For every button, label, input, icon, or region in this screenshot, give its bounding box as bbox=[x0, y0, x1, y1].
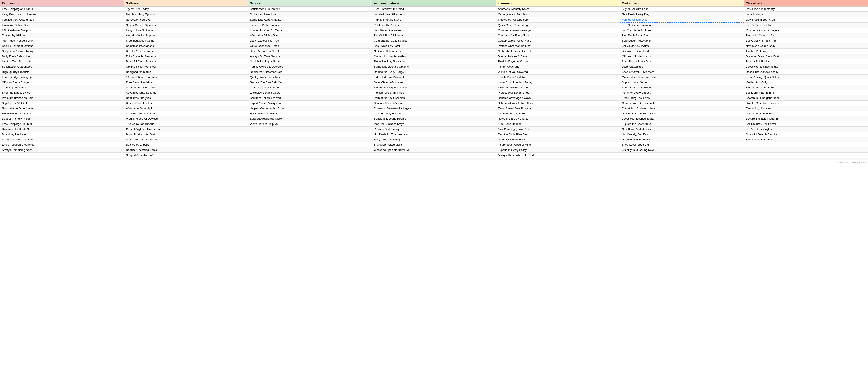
table-cell: Sell More, Pay Nothing bbox=[744, 90, 868, 95]
table-cell: Connect with Local Buyers bbox=[744, 28, 868, 33]
table-cell: Local Agents Near You bbox=[496, 111, 620, 116]
table-cell bbox=[248, 158, 372, 160]
table-cell: Verified Sellers Only bbox=[620, 17, 744, 22]
table-cell: Simplify Your Selling Now bbox=[620, 147, 744, 152]
table-cell: Expert Advice Always Free bbox=[248, 101, 372, 106]
table-cell: Experts in Every Policy bbox=[496, 147, 620, 152]
table-cell: Buy or Sell with Ease bbox=[620, 6, 744, 12]
table-cell: Reliable Coverage Always bbox=[496, 95, 620, 101]
table-cell: New Deals Added Daily bbox=[744, 43, 868, 48]
table-row: Support Available 24/7Always There When … bbox=[0, 152, 868, 158]
table-cell bbox=[744, 152, 868, 158]
table-row: Exclusive Member DealsCustomizable Solut… bbox=[0, 111, 868, 116]
table-cell: Save Big on Every Deal bbox=[620, 59, 744, 64]
table-cell: Fast Ad Approval Times bbox=[744, 22, 868, 28]
table-cell: Sell Quickly, Stress-Free bbox=[744, 38, 868, 43]
table-cell: Budget-Friendly Prices bbox=[0, 116, 124, 122]
table-cell: Always There When Needed bbox=[496, 152, 620, 158]
table-cell: Fast & Secure Payments bbox=[620, 22, 744, 28]
table-cell: Affordable Deals Always bbox=[620, 85, 744, 90]
col-header-ecommerce: Ecommerce bbox=[0, 0, 124, 6]
col-header-classifieds: Classifieds bbox=[744, 0, 868, 6]
table-cell: Insure Your Peace of Mind bbox=[496, 142, 620, 147]
table-cell: Reduce Operating Costs bbox=[124, 147, 248, 152]
table-cell: Support Available 24/7 bbox=[124, 152, 248, 158]
table-cell: Safe & Secure Systems bbox=[124, 22, 248, 28]
table-cell: List Quickly, Sell Fast bbox=[620, 132, 744, 137]
table-cell: Free Shipping on Orders bbox=[0, 6, 124, 12]
table-row: Shop the Latest StylesAdvanced Data Secu… bbox=[0, 90, 868, 95]
table-cell: Secure Payment Options bbox=[0, 43, 124, 48]
table-row: High-Quality ProductsDesigned for TeamsD… bbox=[0, 69, 868, 75]
table-cell: Family-Owned & Operated bbox=[248, 64, 372, 69]
table-cell: Local Classifieds bbox=[620, 64, 744, 69]
table-cell bbox=[496, 158, 620, 160]
table-cell: Easy to Use Software bbox=[124, 28, 248, 33]
table-cell: Seasonal Deals Available bbox=[372, 101, 496, 106]
table-cell: Shop Smarter, Save More bbox=[620, 69, 744, 75]
table-row: Budget-Friendly PricesWorks Across All D… bbox=[0, 116, 868, 122]
col-header-accommodations: Accommodations bbox=[372, 0, 496, 6]
table-cell: Satisfaction Guaranteed bbox=[248, 6, 372, 12]
table-cell: Top-Rated Products Only bbox=[0, 38, 124, 43]
table-cell bbox=[372, 158, 496, 160]
table-cell bbox=[620, 152, 744, 158]
table-cell: Boost Productivity Fast bbox=[124, 132, 248, 137]
table-cell: Sign Up for 10% Off bbox=[0, 101, 124, 106]
table-cell bbox=[248, 152, 372, 158]
table-cell: Discover Hidden Gems bbox=[620, 137, 744, 142]
table-cell: Advanced Data Security bbox=[124, 90, 248, 95]
table-cell: List Your Items for Free bbox=[620, 28, 744, 33]
table-cell: No Extra Hidden Fees bbox=[496, 137, 620, 142]
table-cell: Easy, Stress-Free Process bbox=[496, 106, 620, 111]
table-cell: Trusted by Top Brands bbox=[124, 122, 248, 127]
table-cell: Limited-Time Discounts bbox=[0, 59, 124, 64]
table-cell: Perfect for Any Occasion bbox=[372, 95, 496, 101]
table-cell: Customizable Solutions bbox=[124, 111, 248, 116]
table-cell: Seamless Integrations bbox=[124, 43, 248, 48]
table-cell: Easy Online Booking bbox=[372, 137, 496, 142]
table-cell: Post Free Ads Instantly bbox=[744, 6, 868, 12]
table-row: Premium Brands on SaleReal-Time Analytic… bbox=[0, 95, 868, 101]
table-row: Sign Up for 10% OffBest in Class Feature… bbox=[0, 101, 868, 106]
table-cell: Flexible Check-In Times bbox=[372, 90, 496, 95]
table-cell: Instant Coverage bbox=[496, 64, 620, 69]
table-cell bbox=[248, 147, 372, 152]
table-cell: Quality Work Every Time bbox=[248, 75, 372, 80]
table-cell: Easy Posting, Quick Sales bbox=[744, 75, 868, 80]
table-cell: Local Listings bbox=[744, 12, 868, 17]
table-cell: Find the Right Plan Fast bbox=[496, 132, 620, 137]
table-cell: Book Now, Pay Later bbox=[372, 43, 496, 48]
table-cell: Exclusive Member Deals bbox=[0, 111, 124, 116]
table-cell: Quick Response Times bbox=[248, 43, 372, 48]
table-cell: Quick Claim Processing bbox=[496, 22, 620, 28]
table-cell: Free Consultations bbox=[496, 122, 620, 127]
table-row: Secure Payment OptionsSeamless Integrati… bbox=[0, 43, 868, 48]
table-cell: Stay More, Save More bbox=[372, 142, 496, 147]
table-cell: Tailored Policies for You bbox=[496, 85, 620, 90]
table-cell: 24/7 Customer Support bbox=[0, 28, 124, 33]
table-cell: Millions of Listings Now bbox=[620, 54, 744, 59]
table-cell bbox=[248, 132, 372, 137]
table-cell: Free Shipping Over $50 bbox=[0, 122, 124, 127]
table-cell: Explore the Best Offers bbox=[620, 122, 744, 127]
table-cell: Free Wi-Fi in All Rooms bbox=[372, 33, 496, 38]
table-cell: Customizable Policy Plans bbox=[496, 38, 620, 43]
table-cell: Eco-Friendly Packaging bbox=[0, 75, 124, 80]
table-cell: End-of-Season Clearance bbox=[0, 142, 124, 147]
table-cell: Find Deals Near You bbox=[620, 33, 744, 38]
table-cell: Max Coverage, Low Rates bbox=[496, 127, 620, 132]
table-cell: Discover Great Deals Fast bbox=[744, 54, 868, 59]
col-header-marketplace: Marketplace bbox=[620, 0, 744, 6]
table-row: Gifts for Every BudgetFree Demo Availabl… bbox=[0, 80, 868, 85]
table-cell: Trending Items Now In bbox=[0, 85, 124, 90]
table-cell: Spacious Meeting Rooms bbox=[372, 116, 496, 122]
table-cell: Buy Now, Pay Later bbox=[0, 132, 124, 137]
table-cell: Trusted Platform bbox=[744, 48, 868, 54]
table-cell: Located Near Attractions bbox=[372, 12, 496, 17]
table-body: Free Shipping on OrdersTry for Free Toda… bbox=[0, 6, 868, 160]
table-cell: Ideal for Business Stays bbox=[372, 122, 496, 127]
table-cell: Items for Every Budget bbox=[620, 90, 744, 95]
table-cell bbox=[124, 158, 248, 160]
table-row: Buy Now, Pay LaterBoost Productivity Fas… bbox=[0, 132, 868, 137]
